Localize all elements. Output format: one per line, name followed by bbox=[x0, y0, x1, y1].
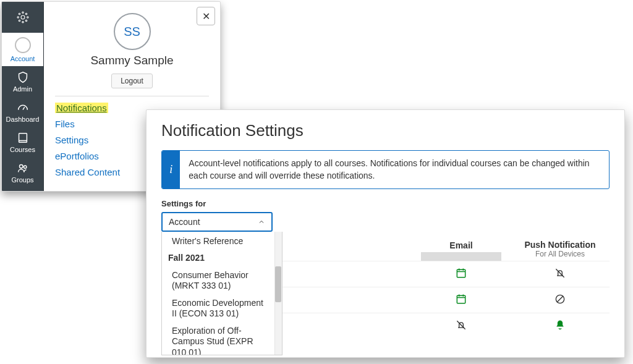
svg-rect-13 bbox=[457, 295, 465, 303]
nav-label: Groups bbox=[11, 176, 33, 184]
combobox-group-header: Fall 2021 bbox=[162, 250, 274, 267]
column-header-push: Push Notification For All Devices bbox=[511, 240, 610, 258]
calendar-icon bbox=[455, 267, 467, 279]
svg-point-4 bbox=[27, 16, 28, 17]
nav-logo[interactable] bbox=[2, 2, 43, 33]
nav-label: Courses bbox=[10, 146, 35, 153]
svg-point-2 bbox=[22, 21, 23, 22]
close-button[interactable]: ✕ bbox=[197, 7, 215, 25]
svg-point-0 bbox=[21, 15, 25, 19]
nav-item-admin[interactable]: Admin bbox=[2, 66, 43, 96]
nav-label: Admin bbox=[13, 85, 32, 93]
svg-point-3 bbox=[17, 16, 19, 17]
avatar-icon bbox=[15, 37, 31, 53]
svg-point-7 bbox=[19, 20, 20, 21]
notification-settings-panel: Notification Settings i Account-level no… bbox=[146, 109, 625, 358]
nav-item-courses[interactable]: Courses bbox=[2, 127, 43, 157]
svg-rect-12 bbox=[457, 269, 465, 277]
menu-item-eportfolios[interactable]: ePortfolios bbox=[55, 151, 99, 161]
menu-item-files[interactable]: Files bbox=[55, 119, 75, 129]
combobox-option[interactable]: Consumer Behavior (MRKT 333 01) bbox=[162, 267, 274, 295]
svg-point-6 bbox=[25, 13, 27, 14]
combobox-option[interactable]: Writer's Reference bbox=[162, 233, 274, 250]
avatar-initials: SS bbox=[124, 25, 140, 39]
info-icon: i bbox=[162, 151, 180, 188]
user-name: Sammy Sample bbox=[55, 54, 209, 67]
global-nav: Account Admin Dashboard Courses bbox=[2, 2, 44, 191]
nav-label: Account bbox=[11, 55, 35, 62]
nav-item-groups[interactable]: Groups bbox=[2, 157, 43, 187]
svg-point-11 bbox=[23, 166, 26, 168]
notify-on-button[interactable] bbox=[554, 319, 566, 334]
svg-point-10 bbox=[19, 165, 23, 169]
combobox-listbox: Writer's Reference Fall 2021 Consumer Be… bbox=[161, 232, 283, 355]
settings-for-label: Settings for bbox=[161, 199, 610, 208]
calendar-icon bbox=[455, 293, 467, 305]
speedometer-icon bbox=[16, 101, 30, 114]
chevron-up-icon bbox=[258, 218, 265, 226]
combobox-trigger[interactable]: Account bbox=[161, 212, 273, 232]
avatar-wrap: SS bbox=[55, 11, 209, 50]
combobox-option[interactable]: Exploration of Off-Campus Stud (EXPR 010… bbox=[162, 323, 274, 355]
people-icon bbox=[16, 161, 30, 175]
svg-point-5 bbox=[19, 13, 20, 14]
nav-item-account[interactable]: Account bbox=[2, 33, 43, 66]
menu-item-shared-content[interactable]: Shared Content bbox=[55, 167, 120, 177]
logout-button[interactable]: Logout bbox=[111, 74, 153, 88]
page-title: Notification Settings bbox=[161, 121, 610, 140]
canvas-logo-icon bbox=[16, 11, 30, 24]
svg-point-1 bbox=[22, 12, 23, 13]
bell-off-icon bbox=[455, 319, 467, 331]
menu-item-notifications[interactable]: Notifications bbox=[55, 103, 108, 113]
circle-slash-icon bbox=[554, 293, 566, 305]
menu-item-settings[interactable]: Settings bbox=[55, 135, 88, 145]
nav-item-dashboard[interactable]: Dashboard bbox=[2, 96, 43, 127]
close-icon: ✕ bbox=[202, 11, 210, 22]
bell-off-icon bbox=[554, 267, 566, 279]
svg-point-8 bbox=[25, 20, 27, 21]
info-banner: i Account-level notifications apply to a… bbox=[161, 150, 610, 189]
divider bbox=[55, 96, 209, 96]
settings-for-combobox: Account Writer's Reference Fall 2021 Con… bbox=[161, 212, 273, 232]
book-icon bbox=[16, 131, 30, 145]
notify-never-button[interactable] bbox=[554, 293, 566, 308]
scrollbar[interactable] bbox=[274, 232, 282, 355]
nav-label: Dashboard bbox=[6, 116, 40, 123]
notify-off-button[interactable] bbox=[455, 319, 467, 334]
notify-off-button[interactable] bbox=[554, 267, 566, 282]
user-avatar[interactable]: SS bbox=[114, 13, 151, 50]
combobox-option[interactable]: Economic Development II (ECON 313 01) bbox=[162, 295, 274, 323]
info-banner-text: Account-level notifications apply to all… bbox=[180, 151, 609, 188]
combobox-value: Account bbox=[169, 217, 200, 227]
email-address-redacted bbox=[421, 252, 501, 261]
notify-immediately-button[interactable] bbox=[455, 293, 467, 308]
notify-immediately-button[interactable] bbox=[455, 267, 467, 282]
column-header-email: Email bbox=[412, 240, 511, 261]
bell-filled-icon bbox=[554, 319, 566, 331]
scrollbar-thumb[interactable] bbox=[275, 266, 281, 302]
shield-icon bbox=[16, 70, 30, 84]
